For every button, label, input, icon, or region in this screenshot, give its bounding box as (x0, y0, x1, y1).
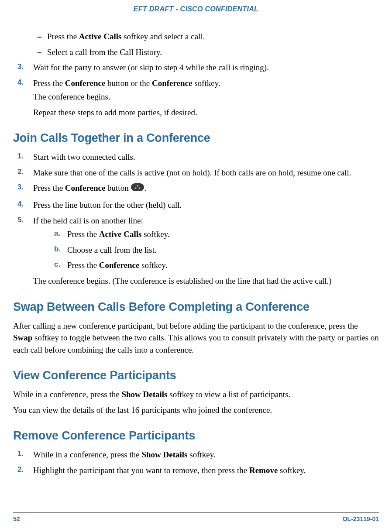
bold-term: Active Calls (99, 230, 142, 239)
list-item: 1. While in a conference, press the Show… (13, 449, 379, 461)
intro-dash-list: Press the Active Calls softkey and selec… (13, 31, 379, 58)
list-item: c. Press the Conference softkey. (33, 259, 379, 271)
step-letter: a. (54, 228, 65, 239)
text: Press the (67, 261, 99, 270)
paragraph: Repeat these steps to add more parties, … (33, 106, 379, 119)
page-header: EFT DRAFT - CISCO CONFIDENTIAL (13, 0, 379, 31)
text: Press the (67, 230, 99, 239)
step-number: 4. (17, 199, 31, 210)
text: Press the (33, 183, 65, 192)
bold-term: Show Details (121, 390, 167, 399)
text: While in a conference, press the (33, 450, 141, 459)
step-number: 2. (17, 464, 31, 475)
page-number: 52 (13, 515, 20, 522)
text: While in a conference, press the (13, 390, 121, 399)
text: button or the (105, 79, 152, 88)
section-heading-join: Join Calls Together in a Conference (13, 131, 379, 145)
text: If the held call is on another line: (33, 216, 143, 225)
paragraph: You can view the details of the last 16 … (13, 404, 379, 416)
list-item: 3. Press the Conference button . (13, 182, 379, 196)
list-item: b. Choose a call from the list. (33, 244, 379, 256)
svg-rect-0 (131, 183, 144, 191)
step-number: 3. (17, 62, 31, 72)
list-item: 2. Make sure that one of the calls is ac… (13, 167, 379, 179)
step-letter: c. (54, 259, 65, 270)
bold-term: Conference (99, 261, 140, 270)
text: Wait for the party to answer (or skip to… (33, 63, 269, 72)
step-number: 4. (17, 77, 31, 88)
list-item: Select a call from the Call History. (13, 46, 379, 58)
page: EFT DRAFT - CISCO CONFIDENTIAL Press the… (0, 0, 392, 532)
svg-point-2 (135, 187, 137, 189)
text: softkey to view a list of participants. (168, 390, 291, 399)
step-number: 1. (17, 151, 31, 162)
join-list: 1. Start with two connected calls. 2. Ma… (13, 151, 379, 287)
text: Press the (47, 32, 79, 41)
text: Choose a call from the list. (67, 245, 157, 254)
intro-num-list: 3. Wait for the party to answer (or skip… (13, 62, 379, 118)
paragraph: The conference begins. (The conference i… (33, 275, 379, 287)
bold-term: Swap (13, 333, 32, 342)
text: Press the line button for the other (hel… (33, 200, 182, 209)
text: Highlight the participant that you want … (33, 466, 249, 475)
text: After calling a new conference participa… (13, 321, 358, 330)
conference-button-icon (131, 182, 144, 195)
list-item: 5. If the held call is on another line: … (13, 215, 379, 287)
section-heading-swap: Swap Between Calls Before Completing a C… (13, 300, 379, 314)
svg-point-3 (139, 187, 140, 189)
list-item: 4. Press the Conference button or the Co… (13, 77, 379, 119)
step-number: 1. (17, 449, 31, 460)
list-item: 4. Press the line button for the other (… (13, 199, 379, 211)
list-item: 3. Wait for the party to answer (or skip… (13, 62, 379, 74)
remove-list: 1. While in a conference, press the Show… (13, 449, 379, 476)
paragraph: After calling a new conference participa… (13, 320, 379, 356)
text: button (105, 183, 131, 192)
svg-point-1 (137, 185, 138, 186)
doc-number: OL-23119-01 (343, 515, 379, 522)
step-letter: b. (54, 244, 65, 255)
step-number: 2. (17, 167, 31, 178)
text: softkey. (188, 450, 216, 459)
text: softkey. (141, 230, 169, 239)
paragraph: The conference begins. (33, 91, 379, 103)
paragraph: While in a conference, press the Show De… (13, 388, 379, 401)
section-heading-remove: Remove Conference Participants (13, 429, 379, 443)
text: Start with two connected calls. (33, 152, 135, 161)
step-number: 3. (17, 182, 31, 193)
text: softkey and select a call. (121, 32, 205, 41)
list-item: a. Press the Active Calls softkey. (33, 228, 379, 240)
text: softkey. (192, 79, 220, 88)
text: Press the (33, 79, 65, 88)
content: Press the Active Calls softkey and selec… (13, 31, 379, 476)
text: Make sure that one of the calls is activ… (33, 168, 351, 177)
page-footer: 52 OL-23119-01 (13, 512, 379, 522)
text: softkey to toggle between the two calls.… (13, 333, 379, 354)
step-number: 5. (17, 215, 31, 226)
alpha-list: a. Press the Active Calls softkey. b. Ch… (33, 228, 379, 271)
bold-term: Remove (249, 466, 278, 475)
text: softkey. (139, 261, 167, 270)
bold-term: Conference (65, 183, 106, 192)
list-item: 2. Highlight the participant that you wa… (13, 464, 379, 477)
bold-term: Active Calls (79, 32, 122, 41)
text: Select a call from the Call History. (47, 48, 162, 57)
list-item: Press the Active Calls softkey and selec… (13, 31, 379, 43)
text: softkey. (278, 466, 306, 475)
bold-term: Conference (65, 79, 106, 88)
list-item: 1. Start with two connected calls. (13, 151, 379, 163)
bold-term: Show Details (141, 450, 187, 459)
text: . (144, 183, 147, 192)
section-heading-view: View Conference Participants (13, 369, 379, 382)
bold-term: Conference (152, 79, 193, 88)
